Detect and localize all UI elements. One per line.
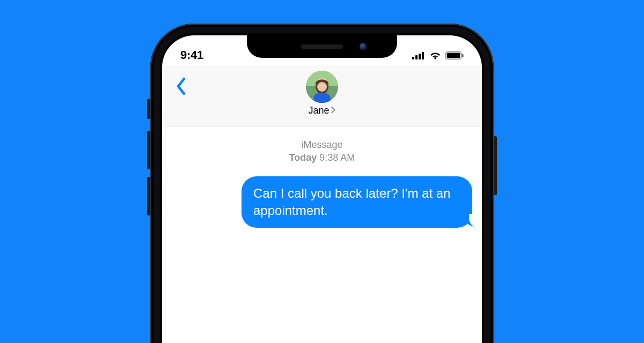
status-time: 9:41: [180, 48, 203, 62]
phone-frame: 9:41: [150, 24, 494, 343]
svg-point-10: [317, 82, 327, 92]
side-button: [494, 136, 497, 195]
volume-up-button: [147, 131, 150, 169]
svg-rect-0: [412, 57, 414, 59]
svg-rect-6: [462, 54, 464, 57]
message-text: Can I call you back later? I'm at an app…: [253, 186, 450, 218]
volume-down-button: [147, 177, 150, 215]
screen: 9:41: [162, 35, 482, 343]
bubble-tail: [464, 215, 475, 227]
channel-label: iMessage: [172, 138, 472, 151]
svg-rect-5: [447, 53, 460, 58]
battery-icon: [445, 51, 464, 62]
svg-rect-2: [419, 54, 421, 59]
cellular-signal-icon: [412, 51, 425, 62]
timestamp-time: 9:38 AM: [319, 152, 355, 163]
earpiece-speaker: [301, 44, 343, 49]
contact-avatar[interactable]: [306, 71, 338, 103]
message-thread[interactable]: iMessage Today 9:38 AM Can I call you ba…: [162, 126, 482, 240]
back-button[interactable]: [176, 77, 187, 98]
contact-name-button[interactable]: Jane: [308, 105, 335, 116]
mute-switch: [147, 99, 150, 119]
sent-message-bubble[interactable]: Can I call you back later? I'm at an app…: [241, 176, 472, 228]
chevron-left-icon: [176, 77, 187, 95]
notch: [247, 35, 397, 58]
thread-timestamp: iMessage Today 9:38 AM: [172, 138, 472, 165]
svg-rect-3: [422, 52, 424, 59]
contact-name: Jane: [308, 105, 329, 116]
timestamp-day: Today: [289, 152, 317, 163]
chevron-right-icon: [331, 105, 336, 116]
wifi-icon: [429, 51, 441, 62]
front-camera: [360, 43, 367, 50]
svg-rect-11: [313, 93, 331, 103]
conversation-header: Jane: [162, 65, 482, 126]
svg-rect-1: [415, 55, 418, 59]
